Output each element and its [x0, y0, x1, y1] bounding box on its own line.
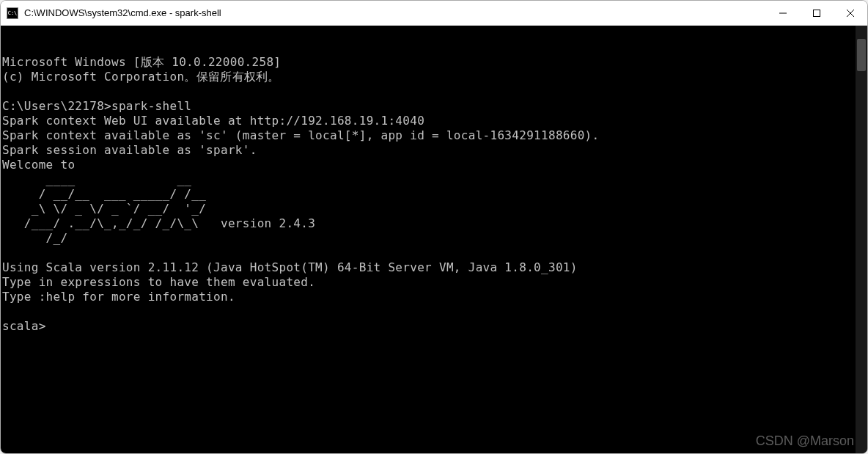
spark-session-line: Spark session available as 'spark'.	[2, 143, 257, 157]
terminal-text: Microsoft Windows [版本 10.0.22000.258] (c…	[1, 55, 867, 334]
scala-repl-prompt: scala>	[2, 319, 46, 333]
cmd-icon: C:\	[7, 7, 18, 19]
spark-webui-line: Spark context Web UI available at http:/…	[2, 114, 424, 128]
minimize-button[interactable]	[766, 1, 800, 25]
scala-version-line: Using Scala version 2.11.12 (Java HotSpo…	[2, 260, 578, 274]
close-button[interactable]	[834, 1, 867, 25]
os-version-line: Microsoft Windows [版本 10.0.22000.258]	[2, 55, 281, 69]
spark-context-line: Spark context available as 'sc' (master …	[2, 128, 600, 142]
svg-rect-1	[814, 10, 820, 16]
scroll-thumb[interactable]	[857, 39, 866, 71]
cmd-window: C:\ C:\WINDOWS\system32\cmd.exe - spark-…	[0, 0, 868, 454]
prompt-path: C:\Users\22178>	[2, 99, 111, 113]
spark-ascii-art: ____ __ / __/__ ___ _____/ /__ _\ \/ _ \…	[2, 172, 315, 245]
terminal-output[interactable]: Microsoft Windows [版本 10.0.22000.258] (c…	[1, 26, 867, 453]
welcome-line: Welcome to	[2, 158, 75, 172]
window-controls	[766, 1, 867, 25]
type-help-line: Type :help for more information.	[2, 290, 235, 304]
type-expressions-line: Type in expressions to have them evaluat…	[2, 275, 315, 289]
vertical-scrollbar[interactable]	[856, 26, 867, 453]
window-title: C:\WINDOWS\system32\cmd.exe - spark-shel…	[24, 7, 766, 18]
titlebar[interactable]: C:\ C:\WINDOWS\system32\cmd.exe - spark-…	[1, 1, 867, 26]
maximize-button[interactable]	[800, 1, 834, 25]
copyright-line: (c) Microsoft Corporation。保留所有权利。	[2, 70, 280, 84]
entered-command: spark-shell	[111, 99, 191, 113]
